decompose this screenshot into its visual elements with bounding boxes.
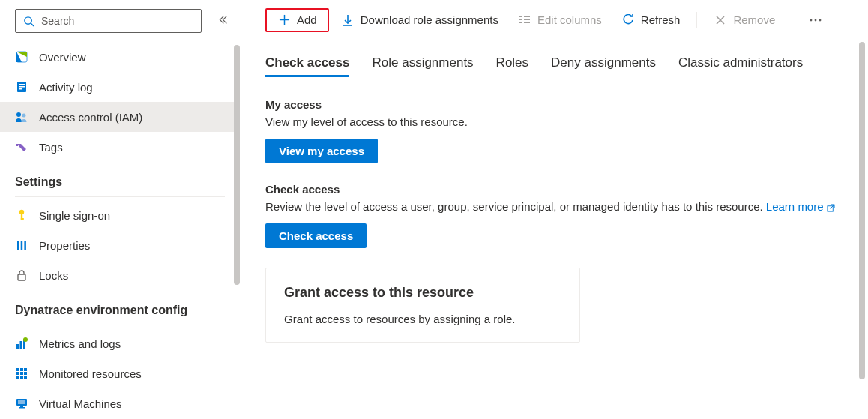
svg-rect-32	[20, 406, 23, 407]
sidebar-item-sso[interactable]: Single sign-on	[0, 200, 240, 230]
sidebar-item-label: Properties	[39, 239, 90, 252]
toolbar-label: Add	[297, 13, 317, 26]
columns-icon	[518, 13, 531, 27]
sidebar-item-overview[interactable]: Overview	[0, 42, 240, 72]
sidebar-item-access-control[interactable]: Access control (IAM)	[0, 102, 240, 132]
my-access-desc: View my level of access to this resource…	[265, 114, 843, 130]
svg-rect-40	[519, 22, 522, 23]
remove-icon	[714, 13, 727, 27]
my-access-title: My access	[265, 98, 843, 111]
external-link-icon	[827, 204, 835, 212]
download-icon	[341, 13, 355, 27]
my-access-section: My access View my level of access to thi…	[265, 98, 843, 183]
svg-rect-13	[17, 241, 19, 250]
sidebar-section-settings: Settings	[0, 162, 240, 193]
download-role-assignments-button[interactable]: Download role assignments	[334, 10, 506, 31]
sidebar-item-label: Activity log	[39, 81, 93, 94]
tabs: Check access Role assignments Roles Deny…	[265, 55, 843, 77]
svg-point-46	[810, 19, 813, 21]
sidebar-item-activity-log[interactable]: Activity log	[0, 72, 240, 102]
vm-icon	[15, 397, 28, 410]
svg-line-1	[31, 23, 34, 26]
search-input[interactable]	[41, 15, 195, 27]
sidebar-item-locks[interactable]: Locks	[0, 260, 240, 290]
toolbar: Add Download role assignments Edit colum…	[240, 0, 868, 40]
properties-icon	[15, 238, 28, 252]
tags-icon	[15, 140, 28, 154]
tab-roles[interactable]: Roles	[496, 55, 528, 77]
metrics-icon	[15, 337, 28, 350]
svg-rect-5	[19, 86, 25, 88]
content-area: Check access Role assignments Roles Deny…	[240, 40, 868, 358]
svg-point-9	[18, 145, 19, 146]
refresh-icon	[621, 13, 635, 27]
svg-rect-31	[18, 400, 25, 404]
sidebar-item-label: Locks	[39, 269, 68, 282]
svg-rect-26	[24, 372, 27, 375]
divider	[15, 325, 225, 325]
svg-rect-21	[16, 368, 19, 371]
check-access-button[interactable]: Check access	[265, 223, 367, 248]
sidebar-item-label: Monitored resources	[39, 367, 142, 380]
svg-rect-38	[519, 16, 522, 17]
tab-classic-administrators[interactable]: Classic administrators	[678, 55, 803, 77]
svg-rect-42	[524, 19, 530, 20]
svg-rect-43	[524, 22, 530, 23]
svg-rect-33	[19, 407, 25, 409]
svg-rect-27	[16, 376, 19, 379]
sidebar-nav: Overview Activity log Access control (IA…	[0, 42, 240, 162]
svg-rect-29	[24, 376, 27, 379]
svg-point-8	[22, 114, 26, 118]
svg-rect-23	[24, 368, 27, 371]
check-access-section: Check access Review the level of access …	[265, 183, 843, 268]
sidebar-item-tags[interactable]: Tags	[0, 132, 240, 162]
svg-point-48	[819, 19, 822, 21]
search-icon	[22, 14, 35, 28]
add-button[interactable]: Add	[265, 8, 329, 32]
sidebar-item-label: Tags	[39, 141, 63, 154]
toolbar-label: Edit columns	[537, 13, 602, 26]
toolbar-label: Download role assignments	[361, 13, 498, 26]
svg-rect-28	[20, 376, 23, 379]
grant-access-card: Grant access to this resource Grant acce…	[265, 268, 580, 343]
svg-point-47	[815, 19, 817, 21]
search-box[interactable]	[15, 9, 202, 33]
svg-rect-16	[18, 274, 25, 280]
sidebar-item-metrics-logs[interactable]: Metrics and logs	[0, 328, 240, 358]
collapse-sidebar-button[interactable]	[215, 15, 231, 27]
tab-deny-assignments[interactable]: Deny assignments	[551, 55, 656, 77]
svg-rect-18	[20, 341, 22, 349]
learn-more-link[interactable]: Learn more	[766, 200, 835, 213]
sidebar-item-label: Access control (IAM)	[39, 111, 142, 124]
toolbar-separator	[792, 12, 792, 28]
sidebar-item-label: Overview	[39, 51, 86, 64]
sidebar-item-monitored-resources[interactable]: Monitored resources	[0, 358, 240, 388]
overview-icon	[15, 50, 28, 64]
check-access-title: Check access	[265, 183, 843, 196]
sidebar-item-properties[interactable]: Properties	[0, 230, 240, 260]
svg-point-0	[24, 16, 31, 23]
sidebar-item-virtual-machines[interactable]: Virtual Machines	[0, 388, 240, 418]
sidebar-item-label: Virtual Machines	[39, 397, 122, 410]
svg-point-7	[16, 112, 21, 117]
sidebar-item-label: Single sign-on	[39, 209, 110, 222]
svg-rect-39	[519, 19, 522, 20]
svg-rect-41	[524, 16, 530, 17]
main-scrollbar[interactable]	[859, 42, 865, 409]
more-icon	[809, 13, 822, 27]
toolbar-label: Remove	[733, 13, 775, 26]
toolbar-label: Refresh	[641, 13, 681, 26]
tab-check-access[interactable]: Check access	[265, 55, 349, 77]
sidebar-item-label: Metrics and logs	[39, 337, 121, 350]
refresh-button[interactable]: Refresh	[614, 10, 688, 31]
edit-columns-button[interactable]: Edit columns	[510, 10, 609, 31]
svg-rect-25	[20, 372, 23, 375]
remove-button[interactable]: Remove	[706, 10, 783, 31]
more-button[interactable]	[801, 10, 830, 31]
tab-role-assignments[interactable]: Role assignments	[372, 55, 473, 77]
view-my-access-button[interactable]: View my access	[265, 139, 378, 163]
svg-rect-24	[16, 372, 19, 375]
grant-access-body: Grant access to resources by assigning a…	[284, 313, 561, 325]
svg-rect-12	[21, 218, 24, 220]
sidebar-scrollbar[interactable]	[234, 45, 240, 375]
